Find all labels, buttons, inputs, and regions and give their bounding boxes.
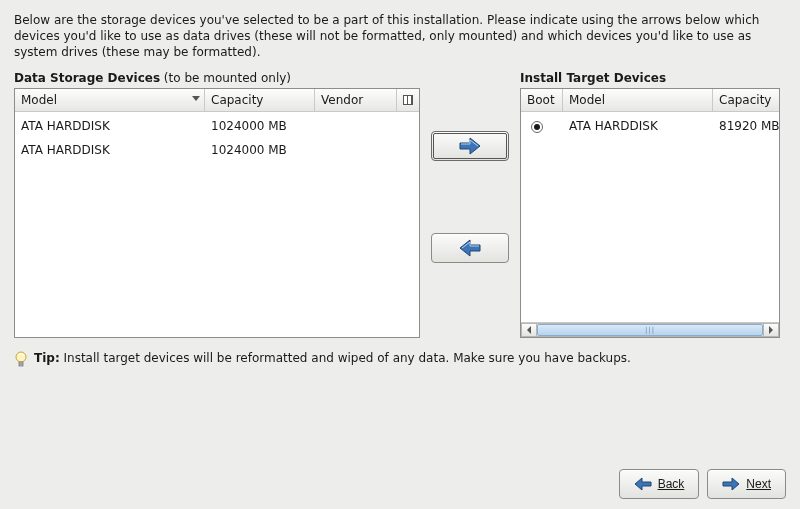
footer-nav: Back Next: [14, 425, 786, 499]
data-storage-rows: ATA HARDDISK 1024000 MB ATA HARDDISK 102…: [15, 112, 419, 337]
cell-capacity: 1024000 MB: [205, 143, 315, 157]
move-right-button[interactable]: [431, 131, 509, 161]
tip-text: Tip: Install target devices will be refo…: [34, 350, 631, 366]
col-header-capacity[interactable]: Capacity: [205, 89, 315, 111]
radio-dot-icon: [534, 124, 540, 130]
move-left-button[interactable]: [431, 233, 509, 263]
col-header-model-label: Model: [21, 93, 57, 107]
col-header-vendor[interactable]: Vendor: [315, 89, 397, 111]
data-storage-title-sub: (to be mounted only): [160, 71, 291, 85]
data-storage-header: Model Capacity Vendor: [15, 89, 419, 112]
install-target-rows: ATA HARDDISK 81920 MB: [521, 112, 779, 322]
install-target-header: Boot Model Capacity: [521, 89, 779, 112]
tip-body: Install target devices will be reformatt…: [60, 351, 631, 365]
back-button[interactable]: Back: [619, 469, 700, 499]
intro-text: Below are the storage devices you've sel…: [14, 12, 786, 61]
table-row[interactable]: ATA HARDDISK 1024000 MB: [15, 114, 419, 138]
cell-boot[interactable]: [521, 119, 563, 133]
next-button[interactable]: Next: [707, 469, 786, 499]
cell-model: ATA HARDDISK: [15, 119, 205, 133]
data-storage-list[interactable]: Model Capacity Vendor ATA HARDDISK 10240…: [14, 88, 420, 338]
data-storage-title-bold: Data Storage Devices: [14, 71, 160, 85]
arrow-left-icon: [458, 239, 482, 257]
horizontal-scrollbar[interactable]: |||: [521, 322, 779, 337]
lightbulb-icon: [14, 351, 28, 369]
chevron-left-icon: [526, 326, 532, 334]
install-target-title-bold: Install Target Devices: [520, 71, 666, 85]
sort-asc-icon: [192, 96, 200, 101]
data-storage-title: Data Storage Devices (to be mounted only…: [14, 71, 420, 85]
install-target-title: Install Target Devices: [520, 71, 780, 85]
arrow-left-icon: [634, 477, 652, 491]
col-header-boot[interactable]: Boot: [521, 89, 563, 111]
scroll-right-button[interactable]: [763, 323, 779, 337]
install-target-list[interactable]: Boot Model Capacity ATA HARDDISK 81920 M…: [520, 88, 780, 338]
transfer-controls: [428, 71, 512, 263]
table-row[interactable]: ATA HARDDISK 81920 MB: [521, 114, 779, 138]
chevron-right-icon: [768, 326, 774, 334]
scroll-left-button[interactable]: [521, 323, 537, 337]
column-picker-button[interactable]: [397, 89, 419, 111]
col-header-model[interactable]: Model: [563, 89, 713, 111]
col-header-model[interactable]: Model: [15, 89, 205, 111]
cell-model: ATA HARDDISK: [563, 119, 713, 133]
cell-capacity: 1024000 MB: [205, 119, 315, 133]
arrow-right-icon: [722, 477, 740, 491]
cell-model: ATA HARDDISK: [15, 143, 205, 157]
cell-capacity: 81920 MB: [713, 119, 779, 133]
table-row[interactable]: ATA HARDDISK 1024000 MB: [15, 138, 419, 162]
tip-label: Tip:: [34, 351, 60, 365]
tip-row: Tip: Install target devices will be refo…: [14, 350, 786, 369]
next-button-label: Next: [746, 477, 771, 491]
install-target-panel: Install Target Devices Boot Model Capaci…: [520, 71, 780, 338]
arrow-right-icon: [458, 137, 482, 155]
columns-icon: [403, 95, 413, 105]
boot-radio[interactable]: [531, 121, 543, 133]
back-button-label: Back: [658, 477, 685, 491]
data-storage-panel: Data Storage Devices (to be mounted only…: [14, 71, 420, 338]
col-header-capacity[interactable]: Capacity: [713, 89, 779, 111]
scroll-thumb[interactable]: |||: [537, 324, 763, 336]
scroll-track[interactable]: |||: [537, 323, 763, 337]
